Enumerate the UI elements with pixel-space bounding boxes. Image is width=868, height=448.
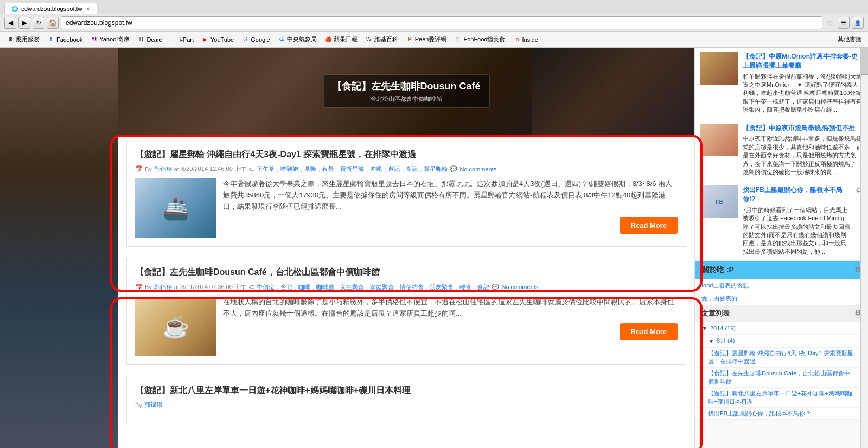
bookmark-weather-label: 中央氣象局 (287, 35, 317, 43)
browser-chrome: 🌐 edwardzou.blogspot.tw ✕ ◀ ▶ ↻ 🏠 edward… (0, 0, 868, 48)
tab-bar: 🌐 edwardzou.blogspot.tw ✕ (0, 0, 868, 14)
blog-header-subtitle: 台北松山區都會中價咖啡館 (332, 95, 480, 103)
bookmark-fon[interactable]: 🍴 FonFood饞美食 (451, 34, 508, 44)
comment-icon: 💬 (450, 165, 457, 172)
post-2-tag-7[interactable]: 情侶約會 (400, 283, 424, 291)
sidebar-about-link-1[interactable]: food上發表的食記 (701, 282, 749, 289)
bookmark-ipart-label: i-Part (180, 36, 194, 43)
post-1-read-more-button[interactable]: Read More (620, 217, 678, 234)
bookmark-inside[interactable]: in Inside (509, 35, 541, 44)
post-2-tag-4[interactable]: 咖啡廳 (316, 283, 334, 291)
archive-post-link-1[interactable]: 【遊記】麗星郵輪 沖繩自由行4天3夜-Day1 探索寶瓶星號，在排隊中渡過 (695, 348, 868, 368)
blog-header-title: 【食記】左先生咖啡Dousun Café (332, 80, 480, 93)
post-2-comments[interactable]: No comments (501, 284, 538, 290)
bookmark-apps[interactable]: ⚙ 應用服務 (3, 34, 43, 44)
bookmark-dcard[interactable]: D Dcard (134, 35, 165, 44)
archive-post-anchor-2[interactable]: 【食記】左先生咖啡Dousun Café，台北松山區都會中價咖啡館 (708, 370, 850, 385)
archive-post-link-3[interactable]: 【遊記】新北八里左岸單車一日遊+花神咖啡+媽媽嘴咖啡+礫川日本料理 (695, 388, 868, 408)
bookmark-youtube[interactable]: ▶ YouTube (198, 35, 237, 44)
post-2-read-more-button[interactable]: Read More (620, 323, 678, 340)
bookmark-yahoo-label: Yahoo!奇摩 (99, 35, 130, 43)
bookmark-weather[interactable]: 🌤 中央氣象局 (275, 34, 320, 44)
reload-button[interactable]: ↻ (33, 17, 44, 29)
bookmark-apple[interactable]: 🍎 蘋果日報 (321, 34, 361, 44)
bookmark-inside-label: Inside (522, 36, 538, 43)
post-2-meta: 📅 By 郭錦翔 at 8/11/2014 07:36:00 下午 🏷 中價位,… (135, 283, 678, 291)
post-2-tag-6[interactable]: 家庭聚會 (370, 283, 394, 291)
sidebar-post-text-1: 【食記】中原Mr.Onion洋蔥牛排套餐-史上最誇張擺上菜餐廳 和羊腿夥伴在暑假… (743, 52, 863, 114)
google-icon: G (241, 36, 249, 43)
sidebar-archive-title: 文章列表 ⚙ (695, 305, 868, 322)
browser-tab[interactable]: 🌐 edwardzou.blogspot.tw ✕ (4, 3, 97, 14)
bookmark-peen[interactable]: P Peen愛評網 (403, 34, 450, 44)
left-sidebar (0, 48, 118, 448)
comment-icon-2: 💬 (492, 284, 499, 291)
bookmark-fon-label: FonFood饞美食 (463, 35, 505, 43)
forward-button[interactable]: ▶ (18, 17, 30, 29)
bookmark-wiki[interactable]: W 維基百科 (362, 34, 401, 44)
archive-post-anchor-3[interactable]: 【遊記】新北八里左岸單車一日遊+花神咖啡+媽媽嘴咖啡+礫川日本料理 (708, 390, 852, 405)
header-title-box: 【食記】左先生咖啡Dousun Café 台北松山區都會中價咖啡館 (323, 75, 489, 108)
post-2-tag-9[interactable]: 輕食 (459, 283, 471, 291)
post-2-tag-3[interactable]: 咖啡 (298, 283, 310, 291)
archive-month-link[interactable]: 8月 (4) (717, 337, 735, 345)
post-2-tag-2[interactable]: 台北 (280, 283, 292, 291)
bookmark-star-icon[interactable]: ☆ (825, 19, 835, 27)
sidebar-about-link-2[interactable]: 愛，由發表的 (701, 295, 737, 302)
sidebar-post-title-2[interactable]: 【食記】中原夜市燒鳥串燒,特別但不推 (743, 124, 863, 133)
scrollbar[interactable] (860, 48, 868, 448)
post-1-tag-2[interactable]: 吃到飽 (280, 165, 298, 173)
user-button[interactable]: 👤 (852, 17, 864, 29)
post-1-tag-1[interactable]: 下午茶 (257, 165, 275, 173)
post-1-tag-3[interactable]: 基隆 (304, 165, 316, 173)
post-1-tag-8[interactable]: 食記 (406, 165, 418, 173)
address-bar[interactable]: edwardzou.blogspot.tw (61, 16, 822, 29)
post-2-tag-1[interactable]: 中價位 (257, 283, 275, 291)
sidebar-post-excerpt-1: 和羊腿夥伴在暑假前菜國餐，沒想到跑到大地置之中選Mr.Onion，▼ 還好點了便… (743, 73, 862, 113)
post-1-tag-5[interactable]: 寶瓶星號 (340, 165, 364, 173)
post-1-excerpt: 今年暑假趁著從大學畢業之際，來坐麗星郵輪寶瓶星號去日本的石垣、那霸玩玩。這次參加… (223, 178, 678, 212)
post-2-tag-8[interactable]: 朋友聚會 (430, 283, 454, 291)
post-1-tag-7[interactable]: 遊記 (388, 165, 400, 173)
post-1-tag-9[interactable]: 麗星郵輪 (424, 165, 448, 173)
sidebar-post-title-3[interactable]: 找出FB上誰最關心你，誰根本不鳥你!? (743, 185, 851, 204)
bookmark-google[interactable]: G Google (238, 35, 273, 44)
back-button[interactable]: ◀ (4, 17, 16, 29)
archive-post-anchor-1[interactable]: 【遊記】麗星郵輪 沖繩自由行4天3夜-Day1 探索寶瓶星號，在排隊中渡過 (708, 350, 853, 364)
archive-post-link-2[interactable]: 【食記】左先生咖啡Dousun Café，台北松山區都會中價咖啡館 (695, 368, 868, 388)
post-1-at: at (174, 166, 179, 172)
sidebar-post-title-1[interactable]: 【食記】中原Mr.Onion洋蔥牛排套餐-史上最誇張擺上菜餐廳 (743, 52, 863, 71)
header-image: 【食記】左先生咖啡Dousun Café 台北松山區都會中價咖啡館 (118, 48, 694, 135)
archive-post-link-4[interactable]: 找出FB上誰最關心你，誰根本不鳥你!? (695, 408, 868, 420)
post-1-tag-4[interactable]: 夜景 (322, 165, 334, 173)
post-2-image (135, 297, 216, 356)
post-2-tag-10[interactable]: 食記 (477, 283, 489, 291)
bookmark-others[interactable]: 其他書籤 (834, 34, 865, 44)
post-1-tag-6[interactable]: 沖繩 (370, 165, 382, 173)
scrollbar-thumb[interactable] (861, 48, 868, 75)
post-1-author[interactable]: 郭錦翔 (154, 165, 172, 173)
bookmarks-bar: ⚙ 應用服務 f Facebook Y! Yahoo!奇摩 D Dcard i … (0, 32, 868, 47)
menu-button[interactable]: ≡ (838, 17, 850, 29)
post-3-author[interactable]: 郭錦翔 (144, 401, 162, 409)
home-button[interactable]: 🏠 (47, 17, 59, 29)
bookmark-ipart[interactable]: i i-Part (167, 35, 197, 44)
sidebar-featured-1: 【食記】中原Mr.Onion洋蔥牛排套餐-史上最誇張擺上菜餐廳 和羊腿夥伴在暑假… (695, 48, 868, 119)
archive-year-2014[interactable]: ▼ 2014 (19) (695, 322, 868, 335)
sidebar-featured-3: FB 找出FB上誰最關心你，誰根本不鳥你!? 7月中的時候看到了一個網站，目光馬… (695, 181, 868, 261)
post-1-by: By (145, 166, 152, 172)
tag-icon-2: 🏷 (248, 284, 254, 290)
post-2-tag-5[interactable]: 女生聚會 (340, 283, 364, 291)
post-1-comments[interactable]: No comments (459, 166, 496, 172)
bookmark-dcard-label: Dcard (146, 36, 162, 43)
post-3-by: By (135, 402, 142, 408)
archive-month-8[interactable]: ▼ 8月 (4) (695, 335, 868, 348)
bookmark-facebook[interactable]: f Facebook (44, 35, 86, 44)
post-2-author[interactable]: 郭錦翔 (154, 283, 172, 291)
bookmark-youtube-label: YouTube (210, 36, 234, 43)
tab-close-button[interactable]: ✕ (86, 6, 90, 12)
post-card-2: 【食記】左先生咖啡Dousun Café，台北松山區都會中價咖啡館 📅 By 郭… (126, 258, 686, 364)
archive-year-link[interactable]: 2014 (19) (710, 325, 736, 331)
bookmark-yahoo[interactable]: Y! Yahoo!奇摩 (87, 34, 133, 44)
archive-post-anchor-4[interactable]: 找出FB上誰最關心你，誰根本不鳥你!? (708, 410, 810, 417)
